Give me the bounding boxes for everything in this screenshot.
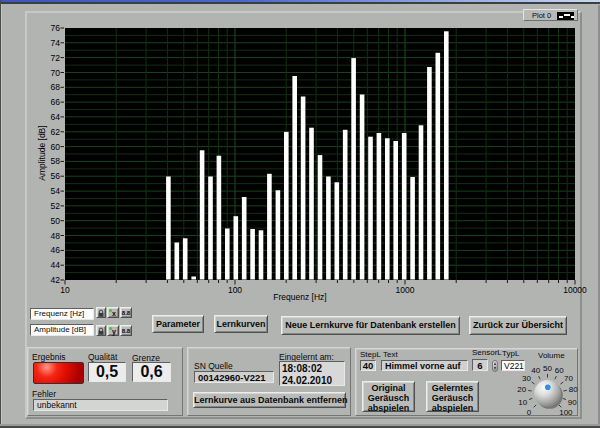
svg-text:40: 40 — [531, 366, 540, 375]
svg-text:10: 10 — [60, 285, 70, 295]
svg-text:76: 76 — [51, 23, 61, 33]
svg-text:10000: 10000 — [563, 285, 587, 295]
svg-text:60: 60 — [555, 366, 564, 375]
svg-text:74: 74 — [51, 38, 61, 48]
svg-text:44: 44 — [51, 260, 61, 270]
svg-text:0: 0 — [527, 408, 532, 417]
svg-text:72: 72 — [51, 53, 61, 63]
svg-text:20: 20 — [517, 385, 526, 394]
svg-text:68: 68 — [51, 82, 61, 92]
svg-text:50: 50 — [51, 216, 61, 226]
svg-text:30: 30 — [522, 374, 531, 383]
svg-text:90: 90 — [568, 398, 577, 407]
svg-text:64: 64 — [51, 112, 61, 122]
svg-text:Frequenz [Hz]: Frequenz [Hz] — [273, 292, 326, 302]
svg-text:58: 58 — [51, 156, 61, 166]
svg-text:1000: 1000 — [396, 285, 415, 295]
svg-text:Amplitude [dB]: Amplitude [dB] — [37, 125, 47, 180]
svg-text:10: 10 — [518, 398, 527, 407]
svg-text:60: 60 — [51, 142, 61, 152]
svg-text:70: 70 — [564, 374, 573, 383]
svg-text:50: 50 — [543, 364, 552, 373]
svg-text:62: 62 — [51, 127, 61, 137]
svg-text:100: 100 — [228, 285, 242, 295]
svg-text:54: 54 — [51, 186, 61, 196]
svg-text:42: 42 — [51, 275, 61, 285]
svg-text:46: 46 — [51, 245, 61, 255]
svg-text:80: 80 — [569, 385, 578, 394]
svg-text:56: 56 — [51, 171, 61, 181]
svg-text:70: 70 — [51, 68, 61, 78]
svg-text:52: 52 — [51, 201, 61, 211]
svg-text:48: 48 — [51, 231, 61, 241]
svg-text:100: 100 — [559, 408, 573, 417]
svg-text:66: 66 — [51, 97, 61, 107]
